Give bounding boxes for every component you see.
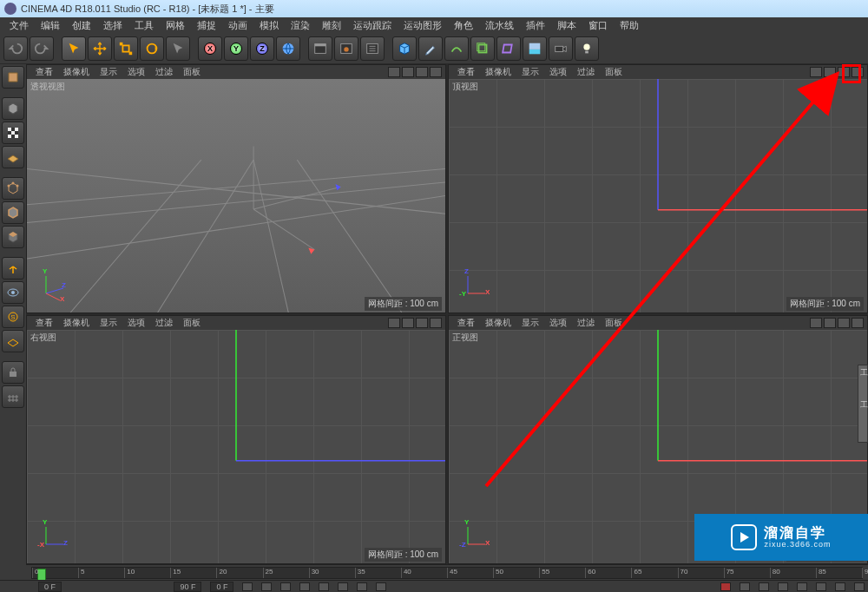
key-pos-button[interactable] bbox=[778, 582, 788, 591]
current-frame-field[interactable]: 0 F bbox=[210, 582, 233, 592]
vp-menu-view[interactable]: 查看 bbox=[30, 66, 58, 78]
make-editable-button[interactable] bbox=[2, 66, 24, 89]
last-tool[interactable] bbox=[166, 36, 190, 61]
add-nurbs-button[interactable] bbox=[444, 36, 469, 61]
menu-create[interactable]: 创建 bbox=[66, 19, 97, 32]
record-button[interactable] bbox=[720, 582, 731, 591]
timeline-playhead[interactable] bbox=[37, 569, 46, 581]
vp-menu-filter[interactable]: 过滤 bbox=[150, 317, 178, 329]
scale-tool[interactable] bbox=[114, 36, 138, 61]
viewport-canvas[interactable]: Z X -Y bbox=[449, 79, 867, 312]
add-light-button[interactable] bbox=[575, 36, 599, 61]
vp-menu-display[interactable]: 显示 bbox=[516, 317, 544, 329]
key-rot-button[interactable] bbox=[816, 582, 826, 591]
redo-button[interactable] bbox=[30, 36, 54, 61]
play-back-button[interactable] bbox=[299, 582, 310, 591]
workplane-button[interactable] bbox=[2, 146, 24, 168]
vp-menu-options[interactable]: 选项 bbox=[122, 317, 150, 329]
next-key-button[interactable] bbox=[357, 582, 367, 591]
locked-workplane-button[interactable] bbox=[2, 361, 24, 384]
keymode-button[interactable] bbox=[759, 582, 769, 591]
points-mode-button[interactable] bbox=[2, 177, 24, 200]
nav-maximize-icon[interactable] bbox=[852, 67, 864, 77]
add-pen-button[interactable] bbox=[418, 36, 443, 61]
vp-menu-view[interactable]: 查看 bbox=[30, 317, 58, 329]
planar-workplane-button[interactable] bbox=[2, 385, 24, 408]
nav-maximize-icon[interactable] bbox=[430, 67, 442, 77]
viewport-top[interactable]: 查看 摄像机 显示 选项 过滤 面板 顶视图 Z X bbox=[448, 64, 868, 313]
vp-menu-panel[interactable]: 面板 bbox=[178, 66, 206, 78]
vp-menu-panel[interactable]: 面板 bbox=[600, 317, 628, 329]
vp-menu-display[interactable]: 显示 bbox=[95, 66, 122, 78]
menu-render[interactable]: 渲染 bbox=[285, 19, 316, 32]
prev-key-button[interactable] bbox=[261, 582, 272, 591]
key-pla-button[interactable] bbox=[854, 582, 865, 591]
menu-sculpt[interactable]: 雕刻 bbox=[316, 19, 347, 32]
axis-z-lock[interactable]: Z bbox=[250, 36, 274, 61]
render-settings-button[interactable] bbox=[360, 36, 385, 61]
menu-select[interactable]: 选择 bbox=[97, 19, 128, 32]
menu-snap[interactable]: 捕捉 bbox=[191, 19, 222, 32]
axis-y-lock[interactable]: Y bbox=[224, 36, 248, 61]
add-environment-button[interactable] bbox=[523, 36, 547, 61]
nav-zoom-icon[interactable] bbox=[824, 67, 836, 77]
vp-menu-display[interactable]: 显示 bbox=[516, 66, 544, 78]
edges-mode-button[interactable] bbox=[2, 201, 24, 224]
autokey-button[interactable] bbox=[740, 582, 750, 591]
menu-simulate[interactable]: 模拟 bbox=[253, 19, 285, 32]
goto-end-button[interactable] bbox=[376, 582, 386, 591]
menu-edit[interactable]: 编辑 bbox=[35, 19, 66, 32]
nav-rotate-icon[interactable] bbox=[416, 318, 428, 328]
nav-zoom-icon[interactable] bbox=[824, 318, 836, 328]
enable-snap-button[interactable]: S bbox=[2, 306, 24, 328]
vp-menu-cameras[interactable]: 摄像机 bbox=[480, 66, 516, 78]
viewport-perspective[interactable]: 查看 摄像机 显示 选项 过滤 面板 透视视图 bbox=[26, 64, 446, 313]
menu-mograph[interactable]: 运动图形 bbox=[398, 19, 448, 32]
vp-menu-view[interactable]: 查看 bbox=[452, 317, 480, 329]
move-tool[interactable] bbox=[88, 36, 112, 61]
menu-script[interactable]: 脚本 bbox=[551, 19, 582, 32]
vp-menu-view[interactable]: 查看 bbox=[452, 66, 480, 78]
menu-window[interactable]: 窗口 bbox=[582, 19, 614, 32]
nav-zoom-icon[interactable] bbox=[402, 67, 414, 77]
vp-menu-display[interactable]: 显示 bbox=[95, 317, 122, 329]
nav-pan-icon[interactable] bbox=[388, 67, 400, 77]
nav-rotate-icon[interactable] bbox=[416, 67, 428, 77]
frame-end-field[interactable]: 90 F bbox=[174, 582, 201, 592]
menu-animate[interactable]: 动画 bbox=[222, 19, 253, 32]
render-view-button[interactable] bbox=[308, 36, 332, 61]
viewport-right[interactable]: 查看 摄像机 显示 选项 过滤 面板 右视图 Y Z -X bbox=[26, 315, 446, 564]
axis-x-lock[interactable]: X bbox=[198, 36, 222, 61]
nav-rotate-icon[interactable] bbox=[838, 67, 850, 77]
prev-frame-button[interactable] bbox=[280, 582, 291, 591]
timeline[interactable]: 051015202530354045505560657075808590 bbox=[26, 564, 868, 580]
nav-pan-icon[interactable] bbox=[388, 318, 400, 328]
frame-start-field[interactable]: 0 F bbox=[38, 582, 62, 592]
model-mode-button[interactable] bbox=[2, 97, 24, 120]
vp-menu-options[interactable]: 选项 bbox=[544, 66, 572, 78]
nav-rotate-icon[interactable] bbox=[838, 318, 850, 328]
viewport-canvas[interactable]: Y Z -X bbox=[27, 330, 445, 563]
vp-menu-filter[interactable]: 过滤 bbox=[150, 66, 178, 78]
menu-character[interactable]: 角色 bbox=[448, 19, 479, 32]
vp-menu-options[interactable]: 选项 bbox=[544, 317, 572, 329]
vp-menu-cameras[interactable]: 摄像机 bbox=[480, 317, 516, 329]
render-pv-button[interactable] bbox=[334, 36, 358, 61]
vp-menu-filter[interactable]: 过滤 bbox=[572, 317, 600, 329]
vp-menu-options[interactable]: 选项 bbox=[122, 66, 150, 78]
nav-pan-icon[interactable] bbox=[810, 318, 822, 328]
nav-pan-icon[interactable] bbox=[810, 67, 822, 77]
polys-mode-button[interactable] bbox=[2, 226, 24, 248]
vp-menu-cameras[interactable]: 摄像机 bbox=[58, 317, 95, 329]
menu-motiontracking[interactable]: 运动跟踪 bbox=[347, 19, 398, 32]
goto-start-button[interactable] bbox=[242, 582, 253, 591]
play-button[interactable] bbox=[319, 582, 329, 591]
menu-mesh[interactable]: 网格 bbox=[160, 19, 191, 32]
menu-pipeline[interactable]: 流水线 bbox=[479, 19, 520, 32]
nav-maximize-icon[interactable] bbox=[852, 318, 864, 328]
menu-help[interactable]: 帮助 bbox=[614, 19, 645, 32]
menu-tools[interactable]: 工具 bbox=[128, 19, 160, 32]
undo-button[interactable] bbox=[3, 36, 28, 61]
key-scale-button[interactable] bbox=[797, 582, 807, 591]
vp-menu-panel[interactable]: 面板 bbox=[178, 317, 206, 329]
